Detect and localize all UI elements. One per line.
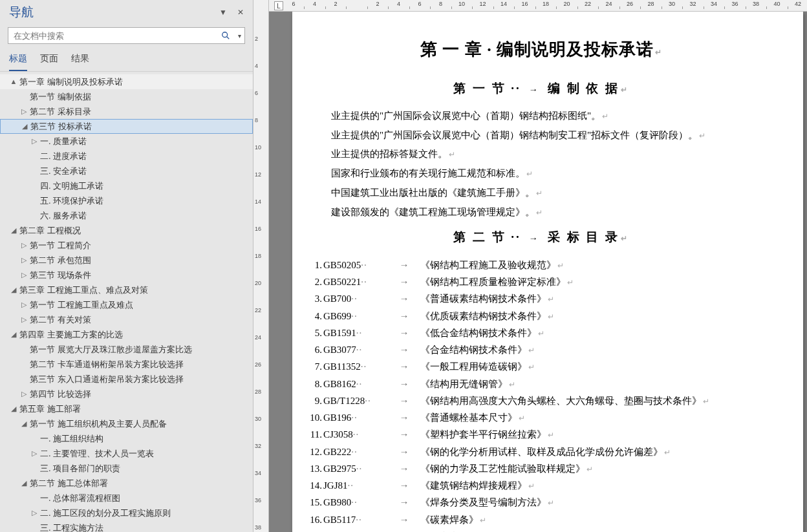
tree-item[interactable]: ▷第三节 现场条件 [0,268,253,282]
tree-item[interactable]: 三. 工程实施方法 [0,520,253,532]
search-icon[interactable] [217,28,234,43]
tree-item[interactable]: 三. 项目各部门的职责 [0,461,253,476]
tree-toggle-icon[interactable]: ▷ [30,447,39,460]
section-2-heading: 第 二 节 ··→采 标 目 录↵ [305,228,777,247]
search-input[interactable] [8,28,217,43]
section-1-heading: 第 一 节 ··→编 制 依 据↵ [305,79,777,98]
tree-label: 一. 施工组织结构 [39,432,103,445]
standard-title: 《普通螺栓基本尺寸》↵ [420,409,777,426]
tree-toggle-icon[interactable]: ▷ [19,239,28,251]
standard-row: 16.GB5117··→《碳素焊条》↵ [305,511,777,528]
document-page: 第 一 章 · 编制说明及投标承诺↵ 第 一 节 ··→编 制 依 据↵ 业主提… [292,12,803,532]
tab-stop-icon[interactable]: L [274,1,283,10]
close-icon[interactable]: ✕ [237,8,244,17]
tree-toggle-icon[interactable]: ▷ [19,388,28,400]
tree-item[interactable]: ◢第二章 工程概况 [0,223,253,238]
tree-item[interactable]: 第一节 编制依据 [0,89,253,104]
tree-label: 第二节 采标目录 [28,105,91,118]
dropdown-icon[interactable]: ▼ [219,8,227,17]
tree-item[interactable]: ◢第一节 施工组织机构及主要人员配备 [0,416,253,431]
standard-row: 17.GB5118··→《低合金钢焊条》↵ [305,528,777,532]
tree-toggle-icon[interactable]: ▷ [19,254,28,266]
page-scroll[interactable]: 第 一 章 · 编制说明及投标承诺↵ 第 一 节 ··→编 制 依 据↵ 业主提… [269,12,807,532]
tree-item[interactable]: ▷第一节 工程简介 [0,238,253,253]
arrow-icon: → [388,426,420,443]
tree-item[interactable]: 一. 总体部署流程框图 [0,491,253,505]
tree-item[interactable]: 第一节 展览大厅及珠江散步道屋盖方案比选 [0,342,253,357]
standard-number: 17. [305,528,323,532]
tree-item[interactable]: ◢第三章 工程施工重点、难点及对策 [0,282,253,297]
arrow-icon: → [388,528,420,532]
tree-item[interactable]: 第二节 卡车通道钢桁架吊装方案比较选择 [0,357,253,372]
standard-code: GB2975·· [323,460,388,477]
tree-item[interactable]: ▷第二节 承包范围 [0,253,253,268]
tab-headings[interactable]: 标题 [9,49,27,71]
standard-row: 1.GB50205··→《钢结构工程施工及验收规范》↵ [305,257,777,273]
tree-item[interactable]: ◢第五章 施工部署 [0,401,253,416]
standard-title: 《钢结构工程施工及验收规范》↵ [420,257,777,273]
tree-item[interactable]: 二. 进度承诺 [0,149,253,164]
arrow-icon: → [388,325,420,341]
tab-results[interactable]: 结果 [71,49,89,71]
tree-label: 第一节 展览大厅及珠江散步道屋盖方案比选 [28,343,192,356]
tree-item[interactable]: ◢第三节 投标承诺 [0,119,253,134]
tree-toggle-icon[interactable]: ◢ [19,418,28,430]
standard-title: 《低合金钢焊条》↵ [420,528,777,532]
tree-toggle-icon[interactable]: ▷ [30,507,39,519]
standard-number: 2. [305,273,323,290]
arrow-icon: → [388,376,420,392]
vertical-ruler[interactable]: 2468101214161820222426283032343638 [253,0,269,532]
tree-label: 第二节 承包范围 [28,254,91,266]
standard-code: GB699·· [323,308,388,325]
tree-item[interactable]: ▲第一章 编制说明及投标承诺 [0,74,253,89]
tree-toggle-icon[interactable]: ◢ [9,224,18,237]
tree-toggle-icon[interactable]: ▷ [19,269,28,281]
svg-line-1 [227,37,230,39]
standard-row: 10.GB196··→《普通螺栓基本尺寸》↵ [305,409,777,426]
arrow-icon: → [388,443,420,460]
tree-label: 二. 主要管理、技术人员一览表 [39,447,154,460]
tree-item[interactable]: ▷第二节 有关对策 [0,312,253,327]
svg-point-0 [222,32,228,37]
tree-item[interactable]: ▷二. 主要管理、技术人员一览表 [0,446,253,461]
arrow-icon: → [388,358,420,375]
tree-item[interactable]: 一. 施工组织结构 [0,431,253,446]
tree-item[interactable]: 第三节 东入口通道桁架吊装方案比较选择 [0,372,253,387]
tree-label: 第一节 工程简介 [28,239,91,251]
tree-toggle-icon[interactable]: ▷ [19,314,28,326]
tree-toggle-icon[interactable]: ◢ [9,328,18,341]
tree-label: 第四节 比较选择 [28,388,91,400]
tree-toggle-icon[interactable]: ▷ [19,105,28,118]
tree-item[interactable]: ▷一. 质量承诺 [0,134,253,149]
tree-toggle-icon[interactable]: ◢ [20,120,29,133]
tree-item[interactable]: 五. 环境保护承诺 [0,193,253,208]
standard-title: 《焊条分类及型号编制方法》↵ [420,494,777,511]
tree-item[interactable]: ▷二. 施工区段的划分及工程实施原则 [0,505,253,520]
tree-toggle-icon[interactable]: ◢ [9,284,18,296]
tree-toggle-icon[interactable]: ◢ [19,477,28,489]
tree-toggle-icon[interactable]: ◢ [9,403,18,415]
standard-number: 15. [305,494,323,511]
tree-item[interactable]: ◢第四章 主要施工方案的比选 [0,327,253,342]
tree-item[interactable]: 四. 文明施工承诺 [0,178,253,193]
headings-tree[interactable]: ▲第一章 编制说明及投标承诺第一节 编制依据▷第二节 采标目录◢第三节 投标承诺… [0,72,253,532]
tab-pages[interactable]: 页面 [40,49,58,71]
horizontal-ruler[interactable]: L 64224681012141618202224262830323436384… [269,0,807,12]
tree-item[interactable]: ▷第一节 工程施工重点及难点 [0,297,253,312]
tree-toggle-icon[interactable]: ▲ [9,76,18,88]
tree-item[interactable]: ▷第四节 比较选择 [0,387,253,401]
standard-code: GB50221·· [323,273,388,290]
tree-toggle-icon[interactable]: ▷ [30,135,39,147]
standard-row: 7.GB11352··→《一般工程用铸造碳钢》↵ [305,358,777,375]
nav-title: 导航 [9,4,34,21]
search-dropdown-icon[interactable]: ▾ [234,28,244,43]
tree-item[interactable]: ◢第二节 施工总体部署 [0,476,253,491]
standard-code: GB11352·· [323,358,388,375]
tree-label: 第五章 施工部署 [18,403,81,415]
standard-row: 11.CJ3058··→《塑料护套半平行钢丝拉索》↵ [305,426,777,443]
tree-toggle-icon[interactable]: ▷ [19,299,28,311]
tree-item[interactable]: 六. 服务承诺 [0,208,253,223]
standard-number: 5. [305,325,323,341]
tree-item[interactable]: ▷第二节 采标目录 [0,104,253,119]
tree-item[interactable]: 三. 安全承诺 [0,164,253,178]
